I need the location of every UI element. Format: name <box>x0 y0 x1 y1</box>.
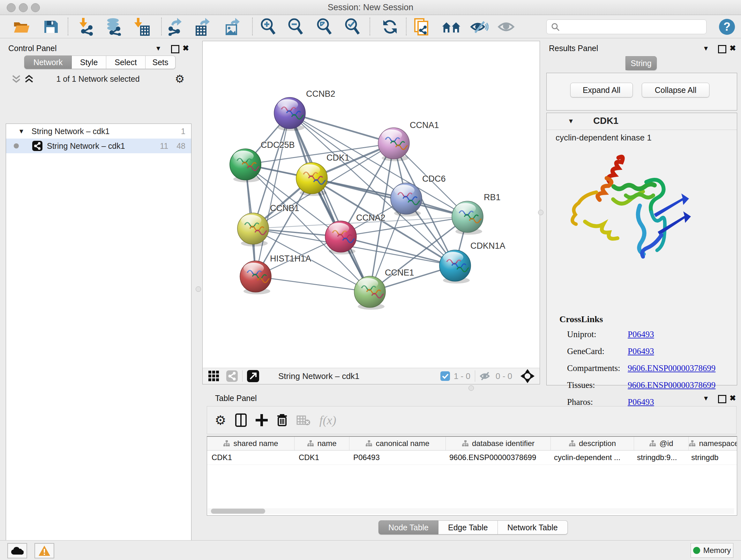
crosslink-link[interactable]: 9606.ENSP00000378699 <box>628 380 716 390</box>
crosslink-label: Tissues: <box>567 380 628 390</box>
add-column-icon[interactable] <box>256 414 268 426</box>
network-mode-icon[interactable] <box>226 370 238 382</box>
tab-string[interactable]: String <box>625 56 657 70</box>
network-options-gear-icon[interactable]: ⚙ <box>175 72 185 85</box>
tab-select[interactable]: Select <box>106 56 145 69</box>
zoom-selected-icon[interactable] <box>343 17 362 36</box>
selected-checkbox-icon[interactable] <box>441 371 450 381</box>
home-icon[interactable] <box>442 17 461 36</box>
network-view-canvas[interactable]: CCNB2CCNA1CDC25BCDK1CDC6RB1CCNB1CCNA2CDK… <box>202 41 540 368</box>
cloud-status-button[interactable] <box>7 543 27 558</box>
open-session-icon[interactable] <box>12 17 31 36</box>
expand-all-button[interactable]: Expand All <box>570 83 633 98</box>
tab-edge-table[interactable]: Edge Table <box>439 520 498 535</box>
crosslink-link[interactable]: P06493 <box>628 329 654 339</box>
panel-float-icon[interactable]: ▾ <box>704 394 708 402</box>
network-node[interactable] <box>238 213 269 246</box>
network-edge[interactable] <box>312 178 468 217</box>
panel-float-icon[interactable]: ▾ <box>156 44 160 52</box>
table-row[interactable]: CDK1CDK1P064939606.ENSP00000378699cyclin… <box>207 450 737 465</box>
network-node[interactable] <box>391 183 422 216</box>
table-cell[interactable]: stringdb:9... <box>632 450 687 464</box>
network-node[interactable] <box>452 201 483 235</box>
panel-close-icon[interactable]: ✖ <box>730 44 736 52</box>
save-session-icon[interactable] <box>41 17 60 36</box>
network-node[interactable] <box>296 163 328 196</box>
help-icon[interactable]: ? <box>718 17 737 36</box>
grid-mode-icon[interactable] <box>208 371 219 381</box>
hidden-eye-icon[interactable] <box>480 371 492 381</box>
crosslink-link[interactable]: P06493 <box>628 347 654 356</box>
birdseye-navigator-icon[interactable] <box>521 369 535 383</box>
show-columns-icon[interactable] <box>235 414 247 427</box>
table-cell[interactable]: 9606.ENSP00000378699 <box>445 450 549 464</box>
table-cell[interactable]: P06493 <box>349 450 445 464</box>
network-edge[interactable] <box>341 237 455 266</box>
network-row-selected[interactable]: String Network – cdk1 11 48 <box>6 138 191 153</box>
table-cell[interactable]: cyclin-dependent ... <box>549 450 632 464</box>
column-header--id[interactable]: @id <box>634 437 689 450</box>
memory-button[interactable]: Memory <box>690 543 733 558</box>
network-edge[interactable] <box>256 276 370 292</box>
panel-maximize-icon[interactable] <box>171 45 179 53</box>
table-settings-gear-icon[interactable]: ⚙ <box>215 413 226 428</box>
table-cell[interactable]: stringdb <box>687 450 737 464</box>
panel-maximize-icon[interactable] <box>718 45 726 53</box>
crosslink-link[interactable]: 9606.ENSP00000378699 <box>628 363 716 373</box>
delete-column-icon[interactable] <box>277 414 287 427</box>
panel-maximize-icon[interactable] <box>718 395 726 403</box>
network-node[interactable] <box>230 149 261 182</box>
export-table-icon[interactable] <box>193 17 212 36</box>
zoom-fit-icon[interactable] <box>315 17 334 36</box>
column-header-name[interactable]: name <box>294 437 349 450</box>
column-header-namespace[interactable]: namespace <box>689 437 737 450</box>
import-network-icon[interactable] <box>77 17 96 36</box>
export-network-icon[interactable] <box>166 17 185 36</box>
show-eye-icon[interactable] <box>497 17 516 36</box>
refresh-icon[interactable] <box>381 17 400 36</box>
tab-network[interactable]: Network <box>24 56 72 69</box>
tab-sets[interactable]: Sets <box>145 56 176 69</box>
search-input[interactable] <box>563 21 702 32</box>
network-collection-row[interactable]: ▼ String Network – cdk1 1 <box>6 124 191 138</box>
network-node-count: 11 <box>160 141 168 151</box>
column-header-shared-name[interactable]: shared name <box>207 437 294 450</box>
tab-style[interactable]: Style <box>72 56 106 69</box>
table-cell[interactable]: CDK1 <box>207 450 294 464</box>
cloud-icon <box>11 546 23 555</box>
network-node[interactable] <box>440 250 471 284</box>
detach-view-icon[interactable] <box>247 370 259 382</box>
export-image-icon[interactable] <box>223 17 243 36</box>
network-edge[interactable] <box>256 113 290 276</box>
panel-close-icon[interactable]: ✖ <box>183 44 189 52</box>
panel-close-icon[interactable]: ✖ <box>730 394 736 402</box>
zoom-out-icon[interactable] <box>286 17 305 36</box>
collapse-all-button[interactable]: Collapse All <box>642 83 710 98</box>
hscrollbar-thumb[interactable] <box>211 509 265 514</box>
splitter-grip[interactable] <box>196 287 201 292</box>
panel-float-icon[interactable]: ▾ <box>704 44 708 52</box>
table-cell[interactable]: CDK1 <box>294 450 349 464</box>
hide-eye-icon[interactable] <box>470 17 489 36</box>
warnings-button[interactable] <box>35 543 54 558</box>
network-edge[interactable] <box>290 113 394 143</box>
network-node[interactable] <box>354 276 386 310</box>
network-node[interactable] <box>325 221 357 254</box>
zoom-in-icon[interactable] <box>259 17 278 36</box>
control-panel-tabs: Network Style Select Sets <box>24 56 176 69</box>
clone-network-icon[interactable] <box>412 17 431 36</box>
tab-node-table[interactable]: Node Table <box>379 520 439 535</box>
column-header-canonical-name[interactable]: canonical name <box>349 437 446 450</box>
column-header-database-identifier[interactable]: database identifier <box>446 437 551 450</box>
collection-expand-arrow-icon[interactable]: ▼ <box>18 128 24 135</box>
section-collapse-arrow-icon[interactable]: ▼ <box>568 118 574 125</box>
column-header-description[interactable]: description <box>551 437 634 450</box>
network-node[interactable] <box>378 128 410 161</box>
tab-network-table[interactable]: Network Table <box>498 520 568 535</box>
table-hscrollbar[interactable] <box>208 508 734 514</box>
network-node[interactable] <box>240 261 272 294</box>
network-edge[interactable] <box>290 113 370 292</box>
import-network-from-database-icon[interactable] <box>104 17 123 36</box>
cdk1-header[interactable]: ▼ CDK1 <box>547 113 737 130</box>
import-table-icon[interactable] <box>131 17 151 36</box>
